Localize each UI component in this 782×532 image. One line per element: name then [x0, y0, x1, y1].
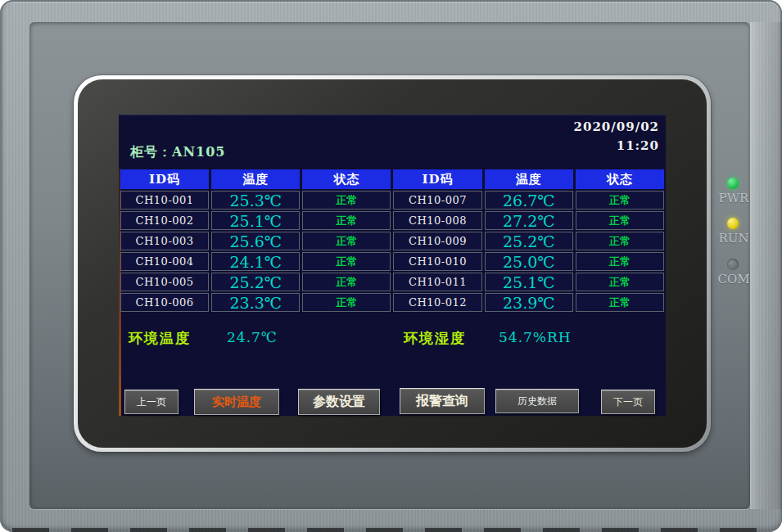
column-header: 温度	[211, 169, 300, 189]
mounting-feet	[12, 528, 770, 532]
status-cell: 正常	[576, 191, 664, 210]
temperature-cell: 27.2℃	[485, 211, 573, 230]
channel-id-cell: CH10-011	[393, 273, 481, 291]
status-cell: 正常	[576, 273, 664, 291]
status-cell: 正常	[302, 191, 391, 210]
temperature-cell: 25.0℃	[485, 252, 573, 271]
channel-id-cell: CH10-012	[393, 293, 481, 312]
status-cell: 正常	[302, 273, 391, 291]
alarm-query-button[interactable]: 报警查询	[400, 388, 485, 414]
pwr-led	[727, 178, 739, 189]
temperature-table: ID码 温度 状态 ID码 温度 状态 CH10-001 25.3℃ 正常 CH…	[120, 169, 664, 312]
com-led-label: COM	[714, 272, 753, 286]
ambient-humidity-label: 环境湿度	[404, 329, 466, 348]
date-text: 2020/09/02	[574, 118, 659, 137]
temperature-cell: 25.2℃	[485, 232, 573, 250]
channel-id-cell: CH10-001	[120, 191, 209, 210]
channel-id-cell: CH10-002	[120, 211, 209, 230]
temperature-cell: 25.1℃	[211, 211, 300, 230]
screen-rim: 2020/09/02 11:20 柜号：AN105 ID码 温度 状态 ID码 …	[74, 75, 711, 452]
run-led	[727, 218, 739, 229]
screen-bezel: 2020/09/02 11:20 柜号：AN105 ID码 温度 状态 ID码 …	[78, 79, 707, 448]
channel-id-cell: CH10-004	[120, 252, 209, 271]
temperature-cell: 25.6℃	[211, 232, 300, 250]
status-cell: 正常	[576, 293, 664, 312]
column-header: ID码	[120, 169, 209, 189]
column-header: ID码	[393, 169, 481, 189]
ambient-temp-label: 环境温度	[129, 329, 191, 348]
history-data-button[interactable]: 历史数据	[495, 389, 579, 413]
status-cell: 正常	[576, 252, 664, 271]
prev-page-button[interactable]: 上一页	[124, 390, 179, 414]
channel-id-cell: CH10-006	[120, 293, 209, 312]
cabinet-id-label: 柜号：AN105	[130, 144, 225, 161]
channel-id-cell: CH10-009	[393, 232, 481, 250]
status-cell: 正常	[576, 211, 664, 230]
ambient-humidity-value: 54.7%RH	[499, 329, 572, 345]
pwr-led-label: PWR	[714, 191, 753, 205]
status-cell: 正常	[302, 252, 391, 271]
temperature-cell: 26.7℃	[485, 191, 573, 210]
column-header: 状态	[302, 169, 391, 189]
ambient-temp-value: 24.7℃	[227, 329, 278, 345]
environment-row: 环境温度 24.7℃ 环境湿度 54.7%RH	[119, 329, 666, 349]
status-cell: 正常	[576, 232, 664, 250]
status-cell: 正常	[302, 293, 391, 312]
param-settings-button[interactable]: 参数设置	[298, 389, 380, 415]
temperature-cell: 23.3℃	[211, 293, 300, 312]
channel-id-cell: CH10-010	[393, 252, 481, 271]
temperature-cell: 24.1℃	[211, 252, 300, 271]
hmi-panel-device: 2020/09/02 11:20 柜号：AN105 ID码 温度 状态 ID码 …	[0, 0, 782, 532]
status-cell: 正常	[302, 211, 391, 230]
channel-id-cell: CH10-005	[120, 273, 209, 291]
datetime-display: 2020/09/02 11:20	[574, 118, 659, 156]
next-page-button[interactable]: 下一页	[601, 390, 655, 414]
temperature-cell: 25.3℃	[211, 191, 300, 210]
channel-id-cell: CH10-008	[393, 211, 481, 230]
bezel-right-ridge	[750, 22, 782, 509]
touch-screen: 2020/09/02 11:20 柜号：AN105 ID码 温度 状态 ID码 …	[119, 115, 666, 416]
com-led	[727, 259, 739, 270]
status-cell: 正常	[302, 232, 391, 250]
column-header: 状态	[576, 169, 664, 189]
channel-id-cell: CH10-003	[120, 232, 209, 250]
realtime-temp-button[interactable]: 实时温度	[194, 389, 279, 415]
temperature-cell: 25.2℃	[211, 273, 300, 291]
column-header: 温度	[485, 169, 573, 189]
time-text: 11:20	[574, 137, 659, 156]
temperature-cell: 25.1℃	[485, 273, 573, 291]
temperature-cell: 23.9℃	[485, 293, 573, 312]
channel-id-cell: CH10-007	[393, 191, 481, 210]
run-led-label: RUN	[714, 231, 753, 246]
